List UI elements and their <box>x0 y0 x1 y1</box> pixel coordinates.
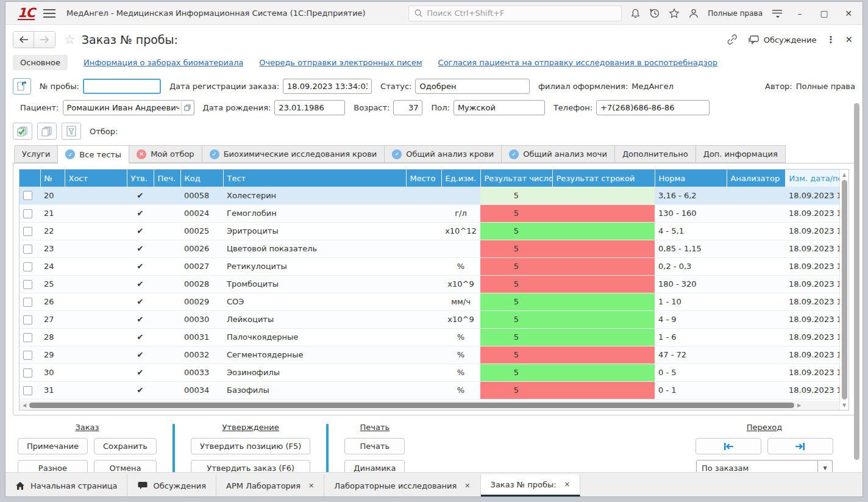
filter-tab[interactable]: ✓Биохимические исследования крови <box>202 145 385 163</box>
table-cell[interactable]: Ретикулоциты <box>223 257 406 275</box>
table-cell[interactable]: Сегментоядерные <box>223 346 406 364</box>
patient-open-icon[interactable] <box>181 101 193 114</box>
table-cell[interactable] <box>65 275 127 293</box>
filter-tab[interactable]: Дополнительно <box>615 145 696 163</box>
table-cell[interactable] <box>20 310 40 328</box>
table-cell[interactable]: 3,16 - 6,2 <box>655 187 727 204</box>
table-cell[interactable] <box>727 381 785 399</box>
table-cell[interactable]: 5 <box>480 240 552 257</box>
history-icon[interactable] <box>649 8 660 19</box>
row-checkbox[interactable] <box>23 191 32 200</box>
table-row[interactable]: 22✔00025Эритроцитыx10^1254 - 5,118.09.20… <box>20 222 841 240</box>
window-tab[interactable]: Лабораторные исследования✕ <box>324 475 480 497</box>
birth-date-input[interactable] <box>274 100 345 115</box>
previous-order-button[interactable] <box>695 438 761 454</box>
footer-button[interactable]: Отмена <box>94 460 157 472</box>
table-cell[interactable] <box>441 240 480 257</box>
table-cell[interactable]: 20 <box>40 187 65 204</box>
table-cell[interactable]: 5 <box>480 346 552 364</box>
table-cell[interactable]: 21 <box>40 204 65 222</box>
table-cell[interactable] <box>552 346 655 364</box>
table-cell[interactable]: Гемоглобин <box>223 204 406 222</box>
table-cell[interactable] <box>727 275 785 293</box>
table-cell[interactable] <box>552 310 655 328</box>
window-tab[interactable]: Заказ № пробы:✕ <box>481 475 580 497</box>
table-cell[interactable] <box>65 257 127 275</box>
discussion-button[interactable]: Обсуждение <box>748 35 817 45</box>
table-cell[interactable]: % <box>441 381 480 399</box>
table-cell[interactable] <box>727 310 785 328</box>
row-checkbox[interactable] <box>23 315 32 325</box>
table-cell[interactable] <box>406 222 441 240</box>
table-cell[interactable]: 23 <box>40 240 65 257</box>
reg-date-input[interactable] <box>283 79 372 94</box>
table-cell[interactable] <box>65 204 127 222</box>
next-order-button[interactable] <box>767 438 833 454</box>
table-cell[interactable] <box>406 275 441 293</box>
table-cell[interactable]: ✔ <box>127 381 154 399</box>
table-cell[interactable] <box>406 364 441 381</box>
table-cell[interactable]: 25 <box>40 275 65 293</box>
table-cell[interactable]: 1 - 6 <box>655 328 727 346</box>
filter-tab[interactable]: ✓Общий анализ крови <box>385 145 502 163</box>
table-cell[interactable]: ✔ <box>127 310 154 328</box>
table-cell[interactable] <box>552 381 655 399</box>
table-cell[interactable]: x10^9 <box>441 310 480 328</box>
age-input[interactable] <box>393 100 422 115</box>
table-cell[interactable]: 00034 <box>180 381 223 399</box>
row-checkbox[interactable] <box>23 227 32 236</box>
table-cell[interactable]: ✔ <box>127 328 154 346</box>
filter-tab[interactable]: ✓Общий анализ мочи <box>502 145 615 163</box>
close-form-icon[interactable]: ✕ <box>845 34 853 45</box>
table-cell[interactable] <box>65 381 127 399</box>
table-cell[interactable] <box>20 187 40 204</box>
table-cell[interactable]: % <box>441 328 480 346</box>
table-cell[interactable]: 5 <box>480 310 552 328</box>
table-cell[interactable] <box>552 328 655 346</box>
scroll-right-icon[interactable]: ▶ <box>794 403 804 408</box>
discussions-tab[interactable]: Обсуждения <box>127 475 216 497</box>
row-checkbox[interactable] <box>23 386 32 395</box>
table-cell[interactable] <box>154 257 180 275</box>
table-cell[interactable]: 18.09.2023 13:3 <box>785 240 841 257</box>
nav-link[interactable]: Информация о заборах биоматериала <box>84 58 243 67</box>
table-cell[interactable] <box>20 240 40 257</box>
table-cell[interactable]: 26 <box>40 293 65 310</box>
table-cell[interactable] <box>406 257 441 275</box>
table-cell[interactable]: 5 <box>480 381 552 399</box>
table-cell[interactable] <box>65 310 127 328</box>
table-cell[interactable]: Цветовой показатель <box>223 240 406 257</box>
row-checkbox[interactable] <box>23 333 32 342</box>
filter-tab[interactable]: ✕Мой отбор <box>129 145 202 163</box>
check-all-button[interactable] <box>13 123 32 140</box>
table-row[interactable]: 29✔00032Сегментоядерные%547 - 7218.09.20… <box>20 346 841 364</box>
scroll-down-icon[interactable]: ▼ <box>840 400 848 410</box>
favorites-star-icon[interactable] <box>669 8 680 19</box>
table-cell[interactable] <box>727 257 785 275</box>
table-cell[interactable] <box>65 222 127 240</box>
table-cell[interactable] <box>406 240 441 257</box>
table-cell[interactable]: 5 <box>480 187 552 204</box>
footer-button[interactable]: Утвердить позицию (F5) <box>191 438 310 454</box>
table-cell[interactable] <box>727 364 785 381</box>
table-row[interactable]: 30✔00033Эозинофилы%50 - 518.09.2023 13:3 <box>20 364 841 381</box>
row-checkbox[interactable] <box>23 245 32 254</box>
table-cell[interactable]: 5 <box>480 275 552 293</box>
table-cell[interactable] <box>406 381 441 399</box>
table-cell[interactable] <box>20 204 40 222</box>
notifications-bell-icon[interactable] <box>630 8 641 19</box>
table-cell[interactable]: 5 <box>480 293 552 310</box>
table-cell[interactable]: 18.09.2023 13:3 <box>785 328 841 346</box>
table-cell[interactable] <box>65 364 127 381</box>
table-row[interactable]: 25✔00028Тромбоцитыx10^95180 - 32018.09.2… <box>20 275 841 293</box>
table-cell[interactable]: 00028 <box>180 275 223 293</box>
table-cell[interactable] <box>20 222 40 240</box>
filter-button[interactable] <box>62 123 81 140</box>
table-cell[interactable]: 00058 <box>180 187 223 204</box>
table-cell[interactable]: 5 <box>480 222 552 240</box>
table-cell[interactable]: 00033 <box>180 364 223 381</box>
table-cell[interactable]: ✔ <box>127 346 154 364</box>
table-cell[interactable]: 18.09.2023 13:3 <box>785 257 841 275</box>
forward-button[interactable] <box>34 32 55 48</box>
table-cell[interactable]: мм/ч <box>441 293 480 310</box>
